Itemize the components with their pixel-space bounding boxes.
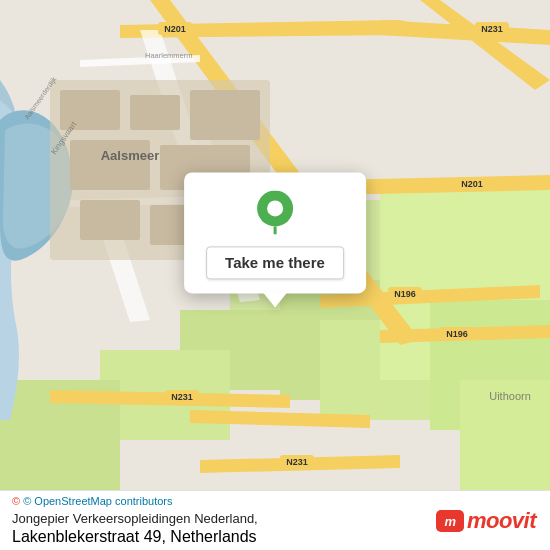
footer-info: © © OpenStreetMap contributors Jongepier…	[12, 495, 258, 546]
osm-attribution: © © OpenStreetMap contributors	[12, 495, 258, 507]
svg-text:Haarlemmerm: Haarlemmerm	[145, 51, 193, 60]
footer: © © OpenStreetMap contributors Jongepier…	[0, 490, 550, 550]
svg-text:m: m	[444, 514, 456, 529]
svg-text:Aalsmeer: Aalsmeer	[101, 148, 160, 163]
take-me-there-button[interactable]: Take me there	[206, 246, 344, 279]
map-area[interactable]: N201 N231 N201 N196 N196 N231 N231 Aalsm…	[0, 0, 550, 490]
location-popup: Take me there	[184, 172, 366, 293]
svg-text:N196: N196	[446, 329, 468, 339]
moovit-logo: m moovit	[436, 508, 536, 534]
svg-text:N231: N231	[481, 24, 503, 34]
svg-text:N231: N231	[171, 392, 193, 402]
svg-rect-17	[80, 200, 140, 240]
svg-rect-14	[190, 90, 260, 140]
svg-text:N201: N201	[461, 179, 483, 189]
moovit-icon: m	[436, 510, 464, 532]
svg-text:N231: N231	[286, 457, 308, 467]
svg-text:N201: N201	[164, 24, 186, 34]
address-line2: Lakenblekerstraat 49, Netherlands	[12, 528, 258, 546]
map-pin-icon	[253, 190, 297, 234]
svg-text:N196: N196	[394, 289, 416, 299]
svg-text:Uithoorn: Uithoorn	[489, 390, 531, 402]
svg-point-40	[267, 200, 283, 216]
svg-rect-13	[130, 95, 180, 130]
address-line1: Jongepier Verkeersopleidingen Nederland,	[12, 510, 258, 528]
osm-link[interactable]: © OpenStreetMap contributors	[23, 495, 172, 507]
moovit-label: moovit	[467, 508, 536, 534]
osm-copyright-symbol: ©	[12, 495, 20, 507]
